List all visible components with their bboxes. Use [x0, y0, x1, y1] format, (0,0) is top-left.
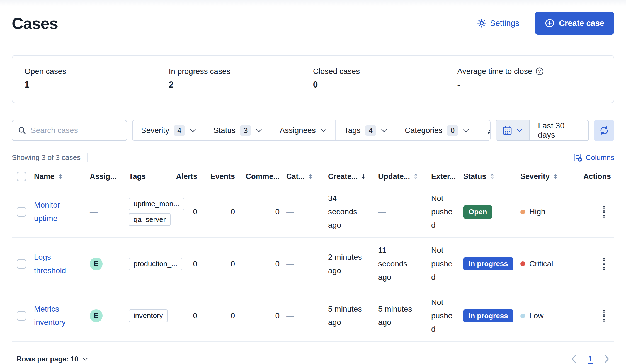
stat-closed-cases: Closed cases 0 — [313, 67, 457, 90]
external-status: Not pushed — [431, 296, 454, 336]
create-case-button[interactable]: Create case — [535, 12, 614, 35]
page-title: Cases — [12, 14, 58, 33]
tags-filter[interactable]: Tags 4 — [336, 120, 397, 140]
case-name-link[interactable]: Logs threshold — [34, 251, 83, 277]
severity-filter[interactable]: Severity 4 — [133, 120, 205, 140]
categories-filter-label: Categories — [405, 126, 442, 135]
row-checkbox[interactable] — [17, 207, 26, 217]
severity-dot — [520, 314, 525, 318]
select-all-checkbox-cell — [12, 172, 31, 181]
calendar-icon — [502, 125, 512, 135]
stat-in-progress-cases: In progress cases 2 — [169, 67, 313, 90]
created-value: 34 seconds ago — [328, 192, 359, 232]
row-actions-button[interactable] — [601, 204, 607, 219]
settings-button[interactable]: Settings — [477, 19, 519, 28]
column-header-name[interactable]: Name — [31, 172, 86, 181]
sort-icon — [552, 173, 559, 180]
alerts-count: 0 — [176, 257, 201, 271]
categories-filter[interactable]: Categories 0 — [396, 120, 478, 140]
table-toolbar: Showing 3 of 3 cases Columns — [12, 153, 614, 162]
stat-value: 2 — [169, 80, 313, 90]
stat-value: 1 — [25, 80, 169, 90]
row-actions-button[interactable] — [601, 256, 607, 271]
severity-label: Low — [529, 309, 543, 322]
question-circle-icon[interactable]: ? — [535, 67, 544, 76]
status-badge[interactable]: Open — [463, 205, 492, 219]
assignee-avatar[interactable]: E — [90, 258, 103, 270]
chevron-down-icon — [463, 128, 469, 133]
sort-icon — [413, 173, 419, 180]
svg-text:?: ? — [538, 69, 541, 74]
stat-open-cases: Open cases 1 — [25, 67, 169, 90]
next-page-button[interactable] — [604, 354, 610, 364]
search-box — [12, 120, 127, 141]
column-header-status[interactable]: Status — [460, 172, 517, 181]
columns-button[interactable]: Columns — [573, 153, 614, 162]
column-header-assignees[interactable]: Assig... — [86, 172, 125, 181]
table-footer: Rows per page: 10 1 — [12, 342, 614, 364]
column-header-created[interactable]: Create... — [325, 172, 375, 181]
search-input[interactable] — [31, 126, 131, 135]
status-badge[interactable]: In progress — [463, 257, 513, 270]
column-header-external[interactable]: Exter... — [428, 172, 460, 181]
chevron-down-icon — [82, 357, 88, 361]
column-header-events[interactable]: Events — [201, 172, 238, 181]
column-header-category[interactable]: Cat... — [283, 172, 325, 181]
external-status: Not pushed — [431, 244, 454, 284]
row-checkbox[interactable] — [17, 311, 26, 321]
header-divider — [12, 42, 614, 42]
date-quick-select-button[interactable] — [496, 120, 530, 140]
status-filter-count: 3 — [240, 125, 251, 136]
sort-icon — [57, 173, 64, 180]
case-name-link[interactable]: Metrics inventory — [34, 302, 83, 329]
stat-label: In progress cases — [169, 67, 313, 76]
severity-filter-label: Severity — [141, 126, 169, 135]
sort-desc-icon — [361, 173, 367, 180]
gear-icon — [477, 19, 486, 28]
tag-badge: inventory — [129, 309, 168, 322]
sort-icon — [489, 173, 495, 180]
pencil-icon — [487, 126, 491, 135]
category-value: — — [286, 309, 294, 322]
comments-count: 0 — [238, 257, 283, 271]
alerts-count: 0 — [176, 205, 201, 219]
stat-average-time-to-close: Average time to close ? - — [457, 67, 602, 90]
comments-count: 0 — [238, 205, 283, 219]
categories-filter-count: 0 — [447, 125, 458, 136]
stat-value: 0 — [313, 80, 457, 90]
severity-dot — [520, 261, 525, 266]
column-header-alerts[interactable]: Alerts — [176, 172, 201, 181]
tags-filter-label: Tags — [344, 126, 361, 135]
date-range-button[interactable]: Last 30 days — [530, 120, 588, 140]
row-checkbox[interactable] — [17, 259, 26, 269]
rows-per-page-label: Rows per page: 10 — [17, 355, 78, 363]
column-header-severity[interactable]: Severity — [517, 172, 578, 181]
cases-page: Cases Settings — [0, 6, 626, 364]
created-value: 2 minutes ago — [328, 251, 363, 277]
row-actions-button[interactable] — [601, 308, 607, 323]
refresh-icon — [599, 125, 610, 136]
updated-value: 5 minutes ago — [378, 302, 413, 329]
column-header-comments[interactable]: Comme... — [238, 172, 283, 181]
case-name-link[interactable]: Monitor uptime — [34, 198, 83, 225]
plus-circle-icon — [545, 18, 554, 28]
previous-page-button[interactable] — [571, 354, 577, 364]
header-actions: Settings Create case — [477, 12, 614, 35]
column-header-tags[interactable]: Tags — [125, 172, 176, 181]
category-value: — — [286, 257, 294, 271]
page-number[interactable]: 1 — [588, 355, 593, 363]
assignee-avatar[interactable]: E — [90, 309, 103, 322]
select-all-checkbox[interactable] — [17, 172, 26, 181]
settings-label: Settings — [490, 19, 519, 28]
cases-table: Name Assig... Tags Alerts Events Comme..… — [12, 168, 614, 342]
status-badge[interactable]: In progress — [463, 309, 513, 322]
pagination: 1 — [571, 354, 610, 364]
edit-filters-button[interactable] — [478, 120, 491, 140]
table-row: Monitor uptime — uptime_mon... qa_server… — [12, 186, 614, 238]
column-header-updated[interactable]: Update... — [375, 172, 428, 181]
assignees-filter[interactable]: Assignees — [271, 120, 336, 140]
refresh-button[interactable] — [594, 120, 614, 141]
table-row: Logs threshold E production_... 0 0 0 — … — [12, 238, 614, 290]
rows-per-page-button[interactable]: Rows per page: 10 — [17, 355, 88, 363]
status-filter[interactable]: Status 3 — [205, 120, 271, 140]
